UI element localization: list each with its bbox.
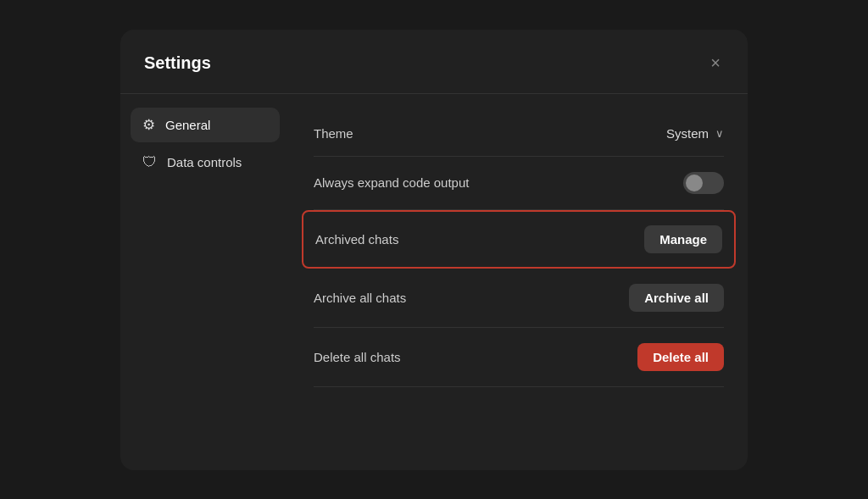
delete-all-button[interactable]: Delete all [637,343,724,371]
expand-code-toggle[interactable] [683,172,724,194]
chevron-down-icon: ∨ [715,127,724,140]
sidebar: ⚙ General 🛡 Data controls [120,94,290,470]
sidebar-item-general-label: General [165,118,210,132]
theme-value[interactable]: System ∨ [666,126,724,141]
modal-header: Settings × [120,30,748,94]
delete-all-setting-row: Delete all chats Delete all [314,328,724,387]
sidebar-item-data-controls[interactable]: 🛡 Data controls [131,146,280,180]
modal-title: Settings [144,53,211,73]
shield-icon: 🛡 [142,154,157,171]
settings-modal: Settings × ⚙ General 🛡 Data controls [120,30,748,470]
theme-current-value: System [666,126,709,141]
archive-all-button[interactable]: Archive all [629,284,724,312]
gear-icon: ⚙ [142,116,155,134]
archive-all-label: Archive all chats [314,291,406,305]
theme-label: Theme [314,126,353,141]
sidebar-item-general[interactable]: ⚙ General [131,108,280,142]
expand-code-label: Always expand code output [314,175,469,190]
close-button[interactable]: × [707,50,724,76]
settings-content: Theme System ∨ Always expand code output… [290,94,748,470]
theme-setting-row: Theme System ∨ [314,111,724,157]
sidebar-item-data-controls-label: Data controls [167,155,242,169]
modal-body: ⚙ General 🛡 Data controls Theme System ∨ [120,94,748,470]
archive-all-setting-row: Archive all chats Archive all [314,269,724,328]
archived-chats-label: Archived chats [315,232,398,247]
expand-code-setting-row: Always expand code output [314,157,724,210]
archived-chats-setting-row: Archived chats Manage [302,210,736,269]
modal-overlay: Settings × ⚙ General 🛡 Data controls [0,0,868,499]
toggle-thumb [686,175,703,191]
manage-button[interactable]: Manage [644,225,722,253]
delete-all-label: Delete all chats [314,350,401,364]
